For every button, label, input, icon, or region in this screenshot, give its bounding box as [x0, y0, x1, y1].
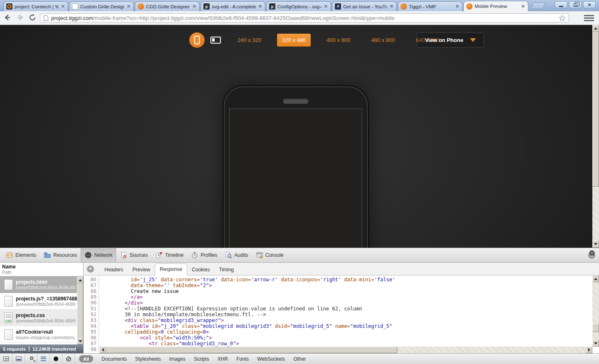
- browser-tab[interactable]: Tiggzi - VMP✕: [398, 1, 463, 11]
- filter-xhr[interactable]: XHR: [213, 356, 232, 362]
- page-favicon-icon: [72, 3, 78, 10]
- panel-button-resources[interactable]: Resources: [40, 248, 81, 262]
- panel-button-timeline[interactable]: Timeline: [151, 248, 187, 262]
- filter-all[interactable]: All: [79, 355, 93, 362]
- panel-button-network[interactable]: Network: [81, 248, 116, 262]
- close-window-icon: ✕: [588, 2, 591, 7]
- request-text: projects.css/preview/93fdb2e6-f504-4599: [16, 312, 75, 323]
- size-button[interactable]: 240 x 320: [233, 34, 266, 47]
- detail-tab-preview[interactable]: Preview: [128, 264, 155, 275]
- search-button[interactable]: [25, 354, 37, 364]
- code-horizontal-scrollbar[interactable]: [99, 347, 592, 353]
- browser-tab[interactable]: CGD Grille Designer✕: [135, 1, 200, 11]
- chrome-menu-icon[interactable]: [584, 15, 594, 21]
- panel-button-sources[interactable]: Sources: [116, 248, 151, 262]
- name-column-header[interactable]: Name: [2, 264, 83, 270]
- browser-tab[interactable]: pConfigOptions - svg-e✕: [266, 1, 331, 11]
- detail-close-button[interactable]: ✕: [87, 266, 94, 273]
- request-row[interactable]: projects.html/view/93fdb2e6-f504-4599-88: [0, 276, 83, 293]
- settings-gear-icon[interactable]: [589, 250, 595, 362]
- orange-dot-favicon-icon: [138, 3, 144, 10]
- browser-tab[interactable]: Custom Grille Designs✕: [69, 1, 134, 11]
- scroll-track[interactable]: [592, 187, 599, 241]
- detail-tab-cookies[interactable]: Cookies: [187, 264, 214, 275]
- status-separator: [29, 347, 30, 351]
- reload-button[interactable]: [28, 13, 37, 22]
- tab-close-icon[interactable]: ✕: [324, 4, 328, 9]
- file-icon: [4, 279, 13, 290]
- size-button[interactable]: 320 x 480: [277, 34, 311, 47]
- tab-close-icon[interactable]: ✕: [389, 4, 394, 9]
- browser-tab[interactable]: ✕Get an Issue - YouTra✕: [332, 1, 397, 11]
- record-button[interactable]: [50, 354, 62, 364]
- scroll-up-button[interactable]: [592, 25, 599, 32]
- request-name: projects.css: [16, 312, 75, 318]
- detail-tab-response[interactable]: Response: [155, 263, 187, 275]
- request-count: 5 requests: [3, 347, 26, 352]
- filter-images[interactable]: Images: [165, 356, 190, 362]
- response-source-code[interactable]: id='j_25' data-corners='true' data-icon=…: [99, 275, 592, 353]
- filter-scripts[interactable]: Scripts: [190, 356, 213, 362]
- clear-button[interactable]: [62, 354, 75, 364]
- browser-tab[interactable]: Mobile Preview✕: [463, 1, 528, 11]
- filter-fonts[interactable]: Fonts: [232, 356, 253, 362]
- tab-list: project: Coretech | Yo✕Custom Grille Des…: [3, 0, 544, 11]
- minimize-button[interactable]: [555, 1, 567, 8]
- filter-websockets[interactable]: WebSockets: [253, 356, 289, 362]
- detail-tab-headers[interactable]: Headers: [100, 264, 128, 275]
- panel-button-audits[interactable]: Audits: [221, 248, 252, 262]
- line-number: 92: [84, 312, 97, 317]
- request-row[interactable]: projects.css/preview/93fdb2e6-f504-4599: [0, 310, 83, 326]
- page-icon: [43, 15, 49, 21]
- new-tab-button[interactable]: [530, 2, 545, 9]
- restore-button[interactable]: [569, 1, 582, 8]
- panel-button-profiles[interactable]: Profiles: [187, 248, 221, 262]
- list-button[interactable]: [37, 354, 50, 364]
- console-drawer-button[interactable]: [12, 354, 25, 364]
- tab-close-icon[interactable]: ✕: [61, 4, 65, 9]
- size-button[interactable]: 400 x 800: [322, 34, 355, 47]
- browser-tab[interactable]: psvg-edit - A complete✕: [200, 1, 265, 11]
- request-path: /preview/93fdb2e6-f504-4599: [16, 318, 75, 323]
- console-panel-icon: [256, 251, 263, 259]
- code-line: </div>: [101, 300, 592, 306]
- tab-close-icon[interactable]: ✕: [455, 4, 460, 9]
- dock-button[interactable]: [0, 354, 12, 364]
- devtools-status-bar: AllDocumentsStylesheetsImagesScriptsXHRF…: [0, 353, 599, 364]
- scroll-thumb[interactable]: [592, 32, 599, 187]
- scroll-down-button[interactable]: [592, 241, 599, 248]
- address-bar[interactable]: project.tiggzi.com/mobile-frame?src=http…: [40, 13, 569, 22]
- browser-toolbar: project.tiggzi.com/mobile-frame?src=http…: [0, 11, 599, 25]
- bookmark-star-icon[interactable]: [559, 15, 566, 22]
- panel-button-elements[interactable]: Elements: [2, 248, 40, 262]
- request-row[interactable]: all?Cookie=nullissues.vmpgroup.ca/rest/p…: [0, 326, 83, 343]
- tab-close-icon[interactable]: ✕: [126, 4, 131, 9]
- request-row[interactable]: projects.js?_=13589674887/preview/93fdb2…: [0, 293, 83, 310]
- panel-button-console[interactable]: Console: [252, 248, 287, 262]
- tab-close-icon[interactable]: ✕: [521, 4, 525, 9]
- phone-screen[interactable]: [229, 108, 362, 248]
- landscape-orientation-button[interactable]: [210, 37, 221, 44]
- restore-icon: [574, 3, 577, 7]
- filter-other[interactable]: Other: [289, 356, 310, 362]
- back-button[interactable]: [3, 13, 12, 22]
- filter-documents[interactable]: Documents: [97, 356, 131, 362]
- css-file-icon: [4, 312, 13, 323]
- tab-close-icon[interactable]: ✕: [192, 4, 197, 9]
- panel-label: Network: [94, 252, 112, 258]
- page-scrollbar[interactable]: [592, 25, 599, 248]
- size-button[interactable]: 480 x 800: [366, 34, 400, 47]
- line-number: 88: [84, 288, 97, 294]
- portrait-orientation-button[interactable]: [189, 32, 205, 48]
- browser-tab-strip: project: Coretech | Yo✕Custom Grille Des…: [0, 0, 599, 11]
- sidebar-scrollbar[interactable]: [77, 277, 83, 344]
- browser-tab[interactable]: project: Coretech | Yo✕: [3, 1, 68, 11]
- close-window-button[interactable]: ✕: [583, 1, 596, 8]
- view-on-phone-button[interactable]: View on Phone: [417, 32, 484, 48]
- forward-button[interactable]: [16, 13, 24, 22]
- line-number: 93: [84, 317, 97, 323]
- tab-close-icon[interactable]: ✕: [258, 4, 262, 9]
- filter-stylesheets[interactable]: Stylesheets: [131, 356, 165, 362]
- line-number-gutter: 86878889909192939495969798: [84, 275, 99, 353]
- detail-tab-timing[interactable]: Timing: [214, 264, 238, 275]
